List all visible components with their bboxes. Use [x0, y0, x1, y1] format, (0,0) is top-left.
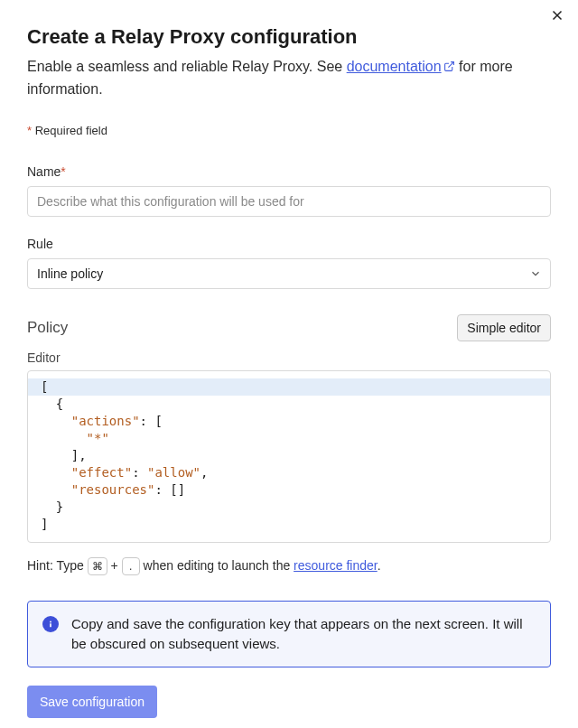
hint: Hint: Type ⌘ + . when editing to launch … — [27, 557, 551, 575]
policy-editor[interactable]: [ { "actions": [ "*" ], "effect": "allow… — [27, 370, 551, 543]
svg-point-0 — [50, 621, 51, 623]
documentation-link[interactable]: documentation — [347, 59, 455, 74]
editor-label: Editor — [27, 350, 551, 365]
asterisk-icon: * — [61, 164, 65, 179]
rule-field: Rule Inline policy — [27, 237, 551, 289]
rule-label: Rule — [27, 237, 551, 251]
resource-finder-link[interactable]: resource finder — [294, 558, 378, 573]
rule-select[interactable]: Inline policy — [27, 258, 551, 289]
required-field-note: * Required field — [27, 124, 551, 137]
name-field: Name* — [27, 164, 551, 217]
save-configuration-button[interactable]: Save configuration — [27, 686, 157, 718]
info-icon — [42, 616, 59, 632]
subtitle-prefix: Enable a seamless and reliable Relay Pro… — [27, 59, 347, 74]
name-label: Name* — [27, 164, 551, 179]
page-title: Create a Relay Proxy configuration — [27, 25, 551, 49]
subtitle: Enable a seamless and reliable Relay Pro… — [27, 56, 551, 100]
info-text: Copy and save the configuration key that… — [71, 614, 536, 654]
external-link-icon — [443, 57, 455, 79]
name-input[interactable] — [27, 186, 551, 217]
asterisk-icon: * — [27, 124, 32, 137]
policy-title: Policy — [27, 319, 68, 337]
close-icon[interactable] — [549, 7, 565, 23]
kbd-period: . — [122, 557, 140, 575]
info-banner: Copy and save the configuration key that… — [27, 601, 551, 667]
dialog: Create a Relay Proxy configuration Enabl… — [0, 0, 578, 728]
svg-rect-1 — [50, 623, 51, 627]
simple-editor-button[interactable]: Simple editor — [457, 314, 551, 341]
kbd-cmd: ⌘ — [88, 557, 107, 575]
policy-header: Policy Simple editor — [27, 314, 551, 341]
